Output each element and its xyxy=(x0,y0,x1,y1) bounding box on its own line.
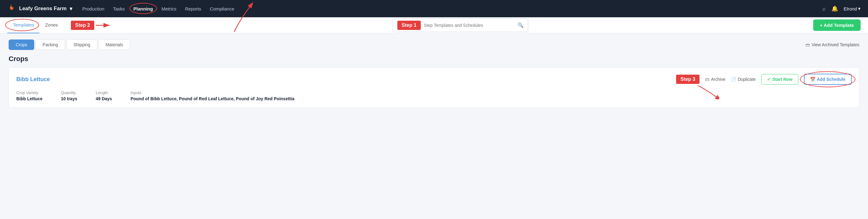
template-title[interactable]: Bibb Lettuce xyxy=(16,76,50,83)
nav-metrics[interactable]: Metrics xyxy=(161,5,176,12)
detail-length: Length 49 Days xyxy=(96,90,112,101)
search-submit-icon[interactable]: 🔍 xyxy=(518,22,524,28)
brand-chevron: ▾ xyxy=(70,5,72,12)
duplicate-action[interactable]: 📄 Duplicate xyxy=(731,77,755,82)
card-actions: Step 3 🗃 Archive xyxy=(676,74,852,85)
tab-zones[interactable]: Zones xyxy=(39,17,63,33)
section-title: Crops xyxy=(9,55,859,63)
detail-crop-variety-value: Bibb Lettuce xyxy=(16,96,42,101)
detail-crop-variety-label: Crop Variety xyxy=(16,90,42,95)
nav-links: Production Tasks Planning Metrics Report… xyxy=(82,5,812,12)
search-icon[interactable]: ⌕ xyxy=(823,5,826,12)
detail-length-value: 49 Days xyxy=(96,96,112,101)
flame-icon xyxy=(7,4,16,14)
template-card: Bibb Lettuce Step 3 xyxy=(9,67,859,108)
step3-area: Step 3 xyxy=(676,75,700,84)
view-archived-link[interactable]: 🗃 View Archived Templates xyxy=(805,42,859,47)
add-template-button[interactable]: + Add Template xyxy=(813,20,861,31)
card-header: Bibb Lettuce Step 3 xyxy=(16,74,852,85)
detail-quantity-label: Quantity xyxy=(61,90,77,95)
step1-badge: Step 1 xyxy=(397,21,421,30)
tab-materials[interactable]: Materials xyxy=(99,39,130,50)
calendar-icon: 📅 xyxy=(810,77,815,82)
tab-crops[interactable]: Crops xyxy=(9,39,34,50)
nav-planning[interactable]: Planning xyxy=(133,5,153,12)
step2-badge: Step 2 xyxy=(71,21,94,30)
detail-crop-variety: Crop Variety Bibb Lettuce xyxy=(16,90,42,101)
user-menu[interactable]: Elrond ▾ xyxy=(844,6,861,11)
sub-nav-tabs: Templates Zones Step 2 xyxy=(7,17,113,33)
brand-name: Leafy Greens Farm xyxy=(19,5,66,12)
archive-action[interactable]: 🗃 Archive xyxy=(705,77,725,82)
content-tabs: Crops Packing Shipping Materials xyxy=(9,39,130,50)
nav-tasks[interactable]: Tasks xyxy=(113,5,125,12)
tabs-row: Crops Packing Shipping Materials 🗃 View … xyxy=(9,39,859,50)
nav-icons: ⌕ 🔔 Elrond ▾ xyxy=(823,5,861,12)
checkmark-icon: ✓ xyxy=(767,77,771,82)
duplicate-action-icon: 📄 xyxy=(731,77,736,82)
bell-icon[interactable]: 🔔 xyxy=(831,5,838,12)
tab-packing[interactable]: Packing xyxy=(35,39,65,50)
step3-badge: Step 3 xyxy=(676,75,700,84)
detail-inputs-value: Pound of Bibb Lettuce, Pound of Red Leaf… xyxy=(131,96,852,101)
navbar: Leafy Greens Farm ▾ Production Tasks Pla… xyxy=(0,0,868,17)
tab-shipping[interactable]: Shipping xyxy=(66,39,97,50)
step2-annotation: Step 2 xyxy=(68,17,113,33)
detail-inputs: Inputs Pound of Bibb Lettuce, Pound of R… xyxy=(131,90,852,101)
step2-arrow xyxy=(94,21,113,30)
search-box: Step 1 🔍 xyxy=(393,19,528,32)
start-now-button[interactable]: ✓ Start Now xyxy=(761,74,798,84)
add-schedule-button[interactable]: 📅 Add Schedule xyxy=(804,74,852,85)
detail-inputs-label: Inputs xyxy=(131,90,852,95)
search-input[interactable] xyxy=(424,23,518,28)
archive-icon: 🗃 xyxy=(805,42,810,47)
search-area: Step 1 🔍 xyxy=(113,19,808,32)
archive-action-icon: 🗃 xyxy=(705,77,709,82)
nav-compliance[interactable]: Compliance xyxy=(210,5,234,12)
main-content: Crops Packing Shipping Materials 🗃 View … xyxy=(0,33,868,114)
user-chevron: ▾ xyxy=(858,6,861,11)
brand[interactable]: Leafy Greens Farm ▾ xyxy=(7,4,72,14)
detail-quantity-value: 10 trays xyxy=(61,96,77,101)
user-name: Elrond xyxy=(844,6,857,11)
detail-quantity: Quantity 10 trays xyxy=(61,90,77,101)
tab-templates[interactable]: Templates xyxy=(7,17,39,33)
sub-nav: Templates Zones Step 2 Step 1 🔍 xyxy=(0,17,868,33)
card-details: Crop Variety Bibb Lettuce Quantity 10 tr… xyxy=(16,90,852,101)
detail-length-label: Length xyxy=(96,90,112,95)
nav-reports[interactable]: Reports xyxy=(185,5,202,12)
nav-production[interactable]: Production xyxy=(82,5,104,12)
